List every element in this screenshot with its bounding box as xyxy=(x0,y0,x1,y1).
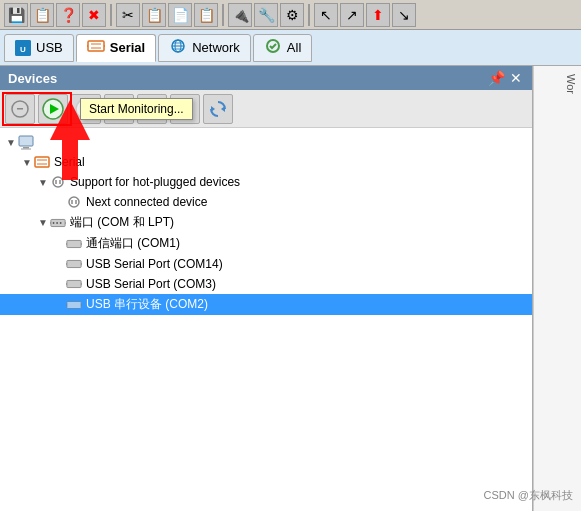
expand-com2 xyxy=(52,298,66,312)
svg-marker-26 xyxy=(221,106,225,112)
svg-point-37 xyxy=(69,197,79,207)
tree-root[interactable]: ▼ xyxy=(0,132,532,152)
com14-label: USB Serial Port (COM14) xyxy=(86,257,223,271)
toolbar-icon-new[interactable]: 📄 xyxy=(168,3,192,27)
expand-com1 xyxy=(52,237,66,251)
devices-panel: Devices 📌 ✕ xyxy=(0,66,533,511)
tree-next-device[interactable]: Next connected device xyxy=(0,192,532,212)
expand-com3 xyxy=(52,277,66,291)
tree-serial-group[interactable]: ▼ Serial xyxy=(0,152,532,172)
tree-com3[interactable]: USB Serial Port (COM3) xyxy=(0,274,532,294)
toolbar-icon-connect[interactable]: 🔌 xyxy=(228,3,252,27)
svg-marker-27 xyxy=(211,106,215,112)
right-panel: Wor xyxy=(533,66,581,511)
toolbar-sep-1 xyxy=(110,4,112,26)
tab-all-label: All xyxy=(287,40,301,55)
com1-icon xyxy=(66,236,82,252)
serial-tree-icon xyxy=(34,154,50,170)
tree-com2[interactable]: USB 串行设备 (COM2) xyxy=(0,294,532,315)
close-icon[interactable]: ✕ xyxy=(508,70,524,86)
next-device-label: Next connected device xyxy=(86,195,207,209)
expand-com14 xyxy=(52,257,66,271)
tab-network[interactable]: Network xyxy=(158,34,251,62)
right-panel-text: Wor xyxy=(538,74,577,94)
expand-next xyxy=(52,195,66,209)
svg-rect-29 xyxy=(23,147,29,149)
svg-rect-2 xyxy=(88,41,104,51)
svg-rect-49 xyxy=(67,260,81,267)
toolbar-icon-arrow1[interactable]: ↖ xyxy=(314,3,338,27)
expand-serial[interactable]: ▼ xyxy=(20,155,34,169)
toolbar-icon-cut[interactable]: ✂ xyxy=(116,3,140,27)
hotplug-icon xyxy=(50,174,66,190)
tab-all[interactable]: All xyxy=(253,34,312,62)
com14-icon xyxy=(66,256,82,272)
device-toolbar: + Start Monitoring... xyxy=(0,90,532,128)
svg-rect-30 xyxy=(21,149,31,150)
expand-com-lpt[interactable]: ▼ xyxy=(36,216,50,230)
svg-rect-28 xyxy=(19,136,33,146)
com-lpt-label: 端口 (COM 和 LPT) xyxy=(70,214,174,231)
refresh-button[interactable] xyxy=(203,94,233,124)
toolbar-sep-2 xyxy=(222,4,224,26)
serial-label: Serial xyxy=(54,155,85,169)
tab-serial-label: Serial xyxy=(110,40,145,55)
com-lpt-icon xyxy=(50,215,66,231)
next-device-icon xyxy=(66,194,82,210)
toolbar-icon-arrow3[interactable]: ⬆ xyxy=(366,3,390,27)
network-icon xyxy=(169,38,187,57)
toolbar-icon-gear[interactable]: ⚙ xyxy=(280,3,304,27)
main-area: Devices 📌 ✕ xyxy=(0,66,581,511)
tab-bar: U USB Serial Network xyxy=(0,30,581,66)
svg-rect-31 xyxy=(35,157,49,167)
tab-network-label: Network xyxy=(192,40,240,55)
com1-label: 通信端口 (COM1) xyxy=(86,235,180,252)
svg-rect-14 xyxy=(17,108,23,110)
serial-icon xyxy=(87,38,105,57)
top-toolbar: 💾 📋 ❓ ✖ ✂ 📋 📄 📋 🔌 🔧 ⚙ ↖ ↗ ⬆ ↘ xyxy=(0,0,581,30)
toolbar-icon-paste[interactable]: 📋 xyxy=(142,3,166,27)
toolbar-icon-help[interactable]: ❓ xyxy=(56,3,80,27)
toolbar-icon-copy[interactable]: 📋 xyxy=(30,3,54,27)
toolbar-icon-arrow2[interactable]: ↗ xyxy=(340,3,364,27)
svg-rect-46 xyxy=(67,240,81,247)
svg-point-34 xyxy=(53,177,63,187)
devices-title: Devices xyxy=(8,71,57,86)
com3-label: USB Serial Port (COM3) xyxy=(86,277,216,291)
hotplug-label: Support for hot-plugged devices xyxy=(70,175,240,189)
watermark: CSDN @东枫科技 xyxy=(484,488,573,503)
toolbar-icon-copy2[interactable]: 📋 xyxy=(194,3,218,27)
com3-icon xyxy=(66,276,82,292)
all-icon xyxy=(264,38,282,57)
expand-root[interactable]: ▼ xyxy=(4,135,18,149)
toolbar-icon-close[interactable]: ✖ xyxy=(82,3,106,27)
com2-label: USB 串行设备 (COM2) xyxy=(86,296,208,313)
tooltip-start-monitoring: Start Monitoring... xyxy=(80,98,193,120)
toolbar-icon-arrow4[interactable]: ↘ xyxy=(392,3,416,27)
collapse-button[interactable] xyxy=(5,94,35,124)
devices-header: Devices 📌 ✕ xyxy=(0,66,532,90)
toolbar-icon-save[interactable]: 💾 xyxy=(4,3,28,27)
play-button[interactable] xyxy=(38,94,68,124)
svg-rect-55 xyxy=(67,301,81,308)
tree-hotplug[interactable]: ▼ Support for hot-plugged devices xyxy=(0,172,532,192)
com2-icon xyxy=(66,297,82,313)
tree-com1[interactable]: 通信端口 (COM1) xyxy=(0,233,532,254)
svg-text:U: U xyxy=(20,45,26,54)
computer-icon xyxy=(18,134,34,150)
usb-icon: U xyxy=(15,40,31,56)
svg-rect-52 xyxy=(67,280,81,287)
device-tree: ▼ ▼ xyxy=(0,128,532,511)
tree-com14[interactable]: USB Serial Port (COM14) xyxy=(0,254,532,274)
header-icons: 📌 ✕ xyxy=(488,70,524,86)
toolbar-icon-settings[interactable]: 🔧 xyxy=(254,3,278,27)
tab-usb[interactable]: U USB xyxy=(4,34,74,62)
tree-com-lpt[interactable]: ▼ 端口 (COM 和 LPT) xyxy=(0,212,532,233)
toolbar-sep-3 xyxy=(308,4,310,26)
tab-serial[interactable]: Serial xyxy=(76,34,156,62)
tab-usb-label: USB xyxy=(36,40,63,55)
expand-hotplug[interactable]: ▼ xyxy=(36,175,50,189)
pin-icon[interactable]: 📌 xyxy=(488,70,504,86)
